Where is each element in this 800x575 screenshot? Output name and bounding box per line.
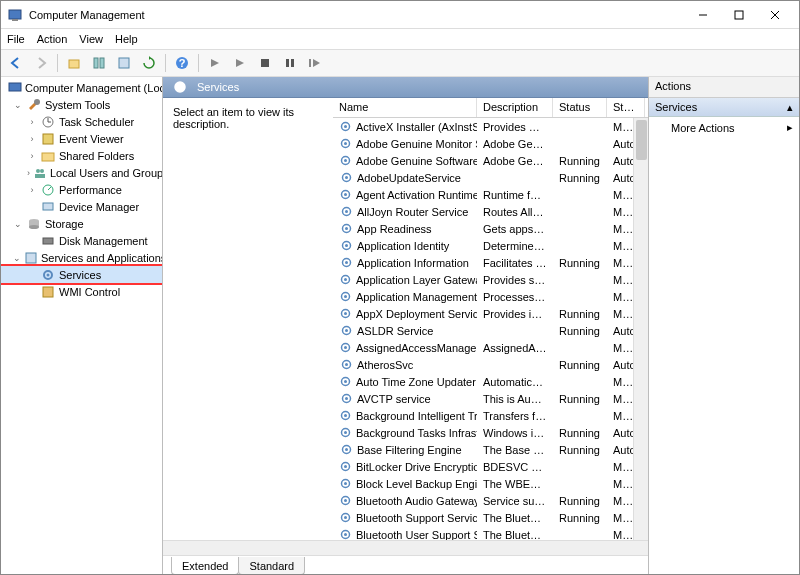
tree-disk[interactable]: Disk Management <box>1 232 162 249</box>
col-status[interactable]: Status <box>553 98 607 117</box>
maximize-button[interactable] <box>721 3 757 27</box>
service-row[interactable]: Bluetooth Audio Gateway Ser…Service supp… <box>333 492 648 509</box>
service-name: Agent Activation Runtime_e… <box>356 189 477 201</box>
expand-icon[interactable]: › <box>27 168 30 178</box>
close-button[interactable] <box>757 3 793 27</box>
service-row[interactable]: AllJoyn Router ServiceRoutes AllJo…Manu <box>333 203 648 220</box>
service-row[interactable]: AVCTP serviceThis is Audio…RunningManu <box>333 390 648 407</box>
start-service-button[interactable] <box>204 52 226 74</box>
expand-icon[interactable]: › <box>27 117 37 127</box>
service-row[interactable]: Background Intelligent Tran…Transfers fi… <box>333 407 648 424</box>
show-hide-button[interactable] <box>88 52 110 74</box>
expand-icon[interactable]: › <box>27 151 37 161</box>
service-desc: Automaticall… <box>477 376 553 388</box>
back-button[interactable] <box>5 52 27 74</box>
tree-wmi[interactable]: WMI Control <box>1 283 162 300</box>
expand-icon[interactable]: › <box>27 134 37 144</box>
tab-standard[interactable]: Standard <box>238 557 305 575</box>
service-row[interactable]: Agent Activation Runtime_e…Runtime for …… <box>333 186 648 203</box>
up-button[interactable] <box>63 52 85 74</box>
export-button[interactable] <box>113 52 135 74</box>
service-row[interactable]: Adobe Genuine Monitor Ser…Adobe Genu…Aut… <box>333 135 648 152</box>
svg-point-42 <box>344 142 347 145</box>
tree-label: Computer Management (Local) <box>25 82 163 94</box>
tree-storage[interactable]: ⌄Storage <box>1 215 162 232</box>
service-row[interactable]: Application InformationFacilitates th…Ru… <box>333 254 648 271</box>
expand-icon[interactable]: ⌄ <box>13 253 21 263</box>
gear-icon <box>339 375 352 389</box>
col-description[interactable]: Description <box>477 98 553 117</box>
col-startup[interactable]: Startu <box>607 98 645 117</box>
tree-perf[interactable]: ›Performance <box>1 181 162 198</box>
restart-service-button[interactable] <box>304 52 326 74</box>
menu-view[interactable]: View <box>79 33 103 45</box>
col-name[interactable]: Name <box>333 98 477 117</box>
tree-servapps[interactable]: ⌄Services and Applications <box>1 249 162 266</box>
svg-point-50 <box>345 210 348 213</box>
minimize-button[interactable] <box>685 3 721 27</box>
stop-service-button[interactable] <box>254 52 276 74</box>
vertical-scrollbar[interactable] <box>633 118 648 540</box>
service-row[interactable]: Application IdentityDetermines …Manu <box>333 237 648 254</box>
help-button[interactable]: ? <box>171 52 193 74</box>
tree-task[interactable]: ›Task Scheduler <box>1 113 162 130</box>
horizontal-scrollbar[interactable] <box>163 540 648 555</box>
tree-root[interactable]: Computer Management (Local) <box>1 79 162 96</box>
service-row[interactable]: Adobe Genuine Software Int…Adobe Genu…Ru… <box>333 152 648 169</box>
tree-localusers[interactable]: ›Local Users and Groups <box>1 164 162 181</box>
tree-shared[interactable]: ›Shared Folders <box>1 147 162 164</box>
menu-file[interactable]: File <box>7 33 25 45</box>
service-row[interactable]: Auto Time Zone UpdaterAutomaticall…Manu <box>333 373 648 390</box>
expand-icon[interactable]: ⌄ <box>13 100 23 110</box>
service-row[interactable]: BitLocker Drive Encryption S…BDESVC hos…… <box>333 458 648 475</box>
tree-services[interactable]: Services <box>1 266 162 283</box>
actions-section[interactable]: Services ▴ <box>649 98 799 117</box>
service-row[interactable]: ActiveX Installer (AxInstSV)Provides Use… <box>333 118 648 135</box>
service-row[interactable]: Background Tasks Infrastruc…Windows inf…… <box>333 424 648 441</box>
start2-button[interactable] <box>229 52 251 74</box>
refresh-button[interactable] <box>138 52 160 74</box>
svg-point-64 <box>345 329 348 332</box>
expand-icon[interactable]: ⌄ <box>13 219 23 229</box>
tree-event[interactable]: ›Event Viewer <box>1 130 162 147</box>
perf-icon <box>40 182 56 198</box>
service-row[interactable]: Bluetooth User Support Serv…The Bluetoo…… <box>333 526 648 540</box>
service-desc: Transfers file… <box>477 410 553 422</box>
forward-button[interactable] <box>30 52 52 74</box>
tab-extended[interactable]: Extended <box>171 557 239 575</box>
gear-icon <box>339 137 352 151</box>
menu-action[interactable]: Action <box>37 33 68 45</box>
service-row[interactable]: AssignedAccessManager Ser…AssignedAcc…Ma… <box>333 339 648 356</box>
gear-icon <box>339 460 352 474</box>
service-row[interactable]: AtherosSvcRunningAuto <box>333 356 648 373</box>
service-row[interactable]: Bluetooth Support ServiceThe Bluetoo…Run… <box>333 509 648 526</box>
svg-point-82 <box>344 482 347 485</box>
collapse-icon[interactable]: ▴ <box>787 101 793 114</box>
service-row[interactable]: Base Filtering EngineThe Base Filt…Runni… <box>333 441 648 458</box>
nav-tree[interactable]: Computer Management (Local) ⌄ System Too… <box>1 77 163 575</box>
users-icon <box>33 165 47 181</box>
service-row[interactable]: AppX Deployment Service (A…Provides infr… <box>333 305 648 322</box>
service-row[interactable]: ASLDR ServiceRunningAuto <box>333 322 648 339</box>
service-row[interactable]: Application ManagementProcesses in…Manu <box>333 288 648 305</box>
expand-icon[interactable]: › <box>27 185 37 195</box>
tree-devmgr[interactable]: Device Manager <box>1 198 162 215</box>
svg-rect-28 <box>43 203 53 210</box>
service-row[interactable]: AdobeUpdateServiceRunningAuto <box>333 169 648 186</box>
service-name: Auto Time Zone Updater <box>356 376 476 388</box>
svg-rect-0 <box>9 10 21 19</box>
service-row[interactable]: App ReadinessGets apps re…Manu <box>333 220 648 237</box>
scrollbar-thumb[interactable] <box>636 120 647 160</box>
gear-icon <box>339 324 353 338</box>
services-list[interactable]: Name Description Status Startu ActiveX I… <box>333 98 648 540</box>
actions-more-label: More Actions <box>671 122 735 134</box>
service-row[interactable]: Block Level Backup Engine S…The WBENGI…M… <box>333 475 648 492</box>
svg-text:?: ? <box>179 57 186 69</box>
service-desc: Service supp… <box>477 495 553 507</box>
pause-service-button[interactable] <box>279 52 301 74</box>
gear-icon <box>339 443 353 457</box>
tree-systools[interactable]: ⌄ System Tools <box>1 96 162 113</box>
service-row[interactable]: Application Layer Gateway S…Provides sup… <box>333 271 648 288</box>
menu-help[interactable]: Help <box>115 33 138 45</box>
actions-more[interactable]: More Actions ▸ <box>649 117 799 138</box>
